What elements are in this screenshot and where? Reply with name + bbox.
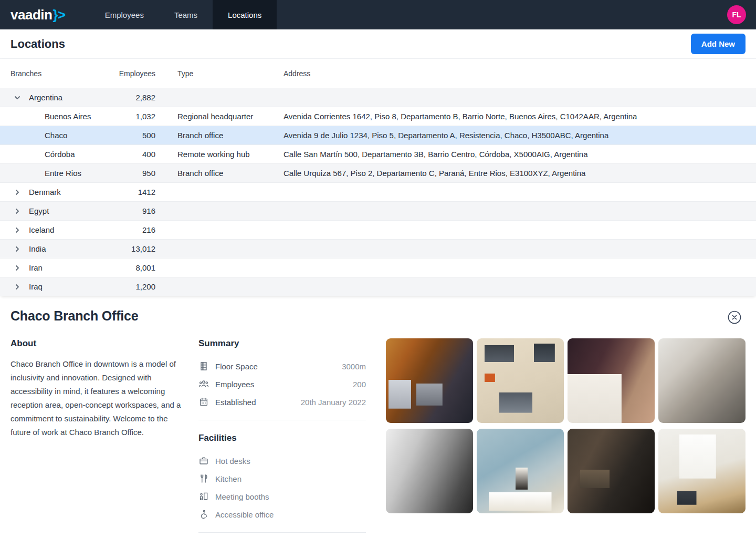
- grid-body: Argentina2,882Buenos Aires1,032Regional …: [0, 88, 756, 296]
- branch-address: Calle San Martín 500, Departamento 3B, B…: [284, 150, 746, 159]
- building-icon: [198, 361, 209, 371]
- locations-grid: Branches Employees Type Address Argentin…: [0, 59, 756, 296]
- collapse-chevron-icon[interactable]: [13, 94, 22, 102]
- about-heading: About: [10, 338, 187, 349]
- expand-chevron-icon[interactable]: [13, 245, 22, 253]
- page-title: Locations: [10, 37, 65, 51]
- summary-item-employees: Employees 200: [198, 375, 366, 393]
- summary-value: 3000m: [342, 362, 366, 371]
- facility-item-meeting-booths: Meeting booths: [198, 488, 366, 505]
- summary-label: Established: [215, 398, 256, 407]
- grid-header-row: Branches Employees Type Address: [0, 59, 756, 88]
- facility-label: Kitchen: [215, 474, 242, 483]
- add-new-button[interactable]: Add New: [691, 34, 746, 54]
- grid-row-córdoba[interactable]: Córdoba400Remote working hubCalle San Ma…: [0, 144, 756, 163]
- branch-name: Iraq: [29, 282, 43, 291]
- detail-title: Chaco Branch Office: [10, 308, 138, 324]
- logo-text: vaadin: [10, 7, 52, 23]
- employee-count: 500: [116, 131, 155, 140]
- branch-type: Branch office: [155, 131, 284, 140]
- summary-facilities-column: Summary Floor Space 3000m Employees 200 …: [198, 338, 366, 533]
- branch-name: Entre Rios: [45, 169, 81, 178]
- expand-chevron-icon[interactable]: [13, 226, 22, 234]
- branch-name: Buenos Aires: [45, 112, 91, 121]
- about-text: Chaco Branch Office in downtown is a mod…: [10, 357, 187, 439]
- employee-count: 1,200: [116, 282, 155, 291]
- expand-chevron-icon[interactable]: [13, 207, 22, 215]
- logo-chevron-glyph: }>: [52, 7, 65, 23]
- branch-address: Avenida 9 de Julio 1234, Piso 5, Departa…: [284, 131, 746, 140]
- employee-count: 13,012: [116, 244, 155, 253]
- employee-count: 400: [116, 150, 155, 159]
- nav-tab-employees[interactable]: Employees: [90, 0, 159, 29]
- branch-name: Chaco: [45, 131, 67, 140]
- branch-address: Calle Urquiza 567, Piso 2, Departamento …: [284, 169, 746, 178]
- employee-count: 2,882: [116, 93, 155, 102]
- office-photo-colleagues-discussing-at-desk: [658, 338, 746, 423]
- branch-type: Remote working hub: [155, 150, 284, 159]
- branch-name: Córdoba: [45, 150, 75, 159]
- grid-row-iran[interactable]: Iran8,001: [0, 258, 756, 277]
- facilities-section: Facilities Hot desks Kitchen Meeting boo…: [198, 433, 366, 533]
- grid-row-entre-rios[interactable]: Entre Rios950Branch officeCalle Urquiza …: [0, 163, 756, 182]
- employee-count: 1,032: [116, 112, 155, 121]
- branch-name: Egypt: [29, 206, 49, 215]
- employees-icon: [198, 379, 209, 389]
- office-photo-team-meeting-whiteboard: [658, 429, 746, 513]
- office-photo-team-collaborating-on-laptops: [386, 338, 473, 423]
- accessible-office-icon: [198, 510, 209, 519]
- column-header-branches: Branches: [10, 69, 116, 78]
- grid-row-india[interactable]: India13,012: [0, 239, 756, 258]
- meeting-booths-icon: [198, 492, 209, 501]
- expand-chevron-icon[interactable]: [13, 283, 22, 291]
- facility-label: Meeting booths: [215, 492, 269, 501]
- facility-item-accessible-office: Accessible office: [198, 505, 366, 523]
- column-header-type: Type: [155, 69, 284, 78]
- expand-chevron-icon[interactable]: [13, 188, 22, 196]
- branch-type: Regional headquarter: [155, 112, 284, 121]
- grid-row-chaco[interactable]: Chaco500Branch officeAvenida 9 de Julio …: [0, 126, 756, 144]
- office-photo-hand-sketching-wireframes: [568, 338, 655, 423]
- grid-row-iceland[interactable]: Iceland216: [0, 220, 756, 239]
- employee-count: 216: [116, 225, 155, 234]
- employee-count: 1412: [116, 188, 155, 196]
- hot-desks-icon: [198, 456, 209, 465]
- office-photo-dark-office-corridor: [568, 429, 655, 513]
- about-section: About Chaco Branch Office in downtown is…: [10, 338, 187, 439]
- summary-value: 200: [353, 380, 366, 389]
- summary-heading: Summary: [198, 338, 366, 349]
- employee-count: 8,001: [116, 263, 155, 272]
- grid-row-denmark[interactable]: Denmark1412: [0, 182, 756, 201]
- column-header-address: Address: [284, 69, 746, 78]
- grid-row-argentina[interactable]: Argentina2,882: [0, 88, 756, 107]
- office-photo-gallery: [386, 338, 746, 513]
- facility-item-kitchen: Kitchen: [198, 470, 366, 488]
- user-avatar[interactable]: FL: [727, 5, 746, 24]
- facility-label: Accessible office: [215, 510, 274, 519]
- summary-label: Floor Space: [215, 362, 258, 371]
- grid-row-buenos-aires[interactable]: Buenos Aires1,032Regional headquarterAve…: [0, 107, 756, 126]
- facilities-divider: [198, 532, 366, 533]
- grid-row-egypt[interactable]: Egypt916: [0, 201, 756, 220]
- main-nav-tabs: EmployeesTeamsLocations: [90, 0, 277, 29]
- facilities-heading: Facilities: [198, 433, 366, 443]
- nav-tab-teams[interactable]: Teams: [159, 0, 213, 29]
- facility-items: Hot desks Kitchen Meeting booths Accessi…: [198, 452, 366, 523]
- kitchen-icon: [198, 474, 209, 483]
- close-detail-button[interactable]: [727, 309, 742, 327]
- page-header: Locations Add New: [0, 29, 756, 59]
- expand-chevron-icon[interactable]: [13, 264, 22, 272]
- summary-value: 20th January 2022: [301, 398, 366, 407]
- branch-name: Denmark: [29, 188, 61, 196]
- grid-row-iraq[interactable]: Iraq1,200: [0, 277, 756, 296]
- nav-tab-locations[interactable]: Locations: [213, 0, 277, 29]
- calendar-icon: [198, 397, 209, 407]
- office-photo-person-with-phone-and-coffee: [477, 429, 564, 513]
- column-header-employees: Employees: [116, 69, 155, 78]
- branch-name: Argentina: [29, 93, 62, 102]
- branch-name: Iran: [29, 263, 43, 272]
- facility-label: Hot desks: [215, 457, 250, 465]
- summary-label: Employees: [215, 380, 254, 389]
- office-photo-desk-top-view-with-laptops: [477, 338, 564, 423]
- close-icon: [727, 319, 742, 327]
